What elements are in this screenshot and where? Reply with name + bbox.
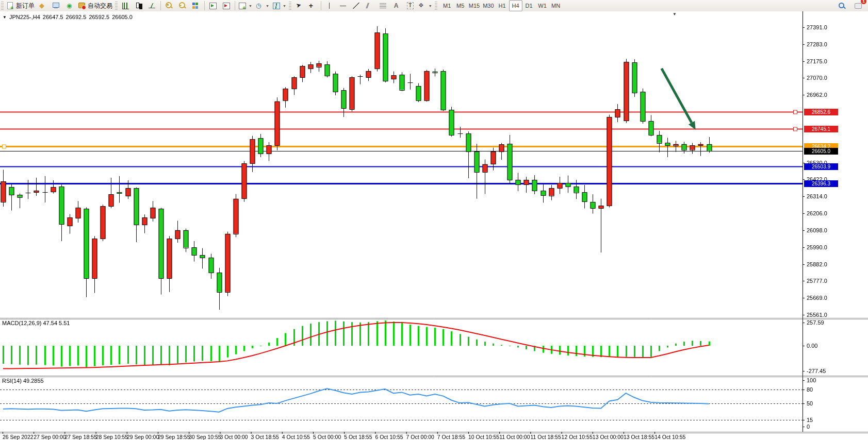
chart-area: ▼ JPN225-,H4 26647.5 26692.5 26592.5 266… <box>0 11 868 440</box>
notification-badge: 1 <box>861 0 866 4</box>
line-chart-button[interactable] <box>145 0 159 11</box>
timeframe-button-m30[interactable]: M30 <box>481 0 495 11</box>
autotrading-button[interactable]: 自动交易 <box>76 0 114 11</box>
fibonacci-button[interactable] <box>376 0 390 11</box>
zoom-in-icon: + <box>165 2 173 10</box>
candlestick-icon <box>135 2 143 10</box>
zoom-out-button[interactable]: - <box>176 0 189 11</box>
label-tool-button[interactable]: T <box>403 0 417 11</box>
cursor-button[interactable]: ➤ <box>292 0 306 11</box>
vertical-line-button[interactable] <box>323 0 336 11</box>
templates-button[interactable]: ▼ <box>271 0 288 11</box>
terminal-icon <box>52 2 60 10</box>
channel-icon: ∥ <box>366 2 374 10</box>
toolbar-grip[interactable] <box>289 2 291 10</box>
signal-icon: ◉ <box>65 2 74 10</box>
chart-shift-icon <box>222 2 231 10</box>
tile-windows-button[interactable] <box>189 0 203 11</box>
indicators-button[interactable]: + ▼ <box>237 0 254 11</box>
clock-icon: ◷ <box>255 2 264 10</box>
channel-button[interactable]: ∥ <box>363 0 376 11</box>
timeframe-button-m1[interactable]: M1 <box>440 0 454 11</box>
horizontal-line-button[interactable] <box>336 0 350 11</box>
fibonacci-icon <box>379 2 387 10</box>
periods-button[interactable]: ◷ ▼ <box>254 0 271 11</box>
main-toolbar: + 新订单 ◆ ◉ 自动交易 + - <box>0 0 868 12</box>
autotrading-icon <box>78 2 86 10</box>
signals-button[interactable]: ◉ <box>63 0 76 11</box>
indicators-icon: + <box>238 2 247 10</box>
toolbar-grip[interactable] <box>1 2 4 10</box>
new-order-button[interactable]: + 新订单 <box>5 0 36 11</box>
template-chart-icon <box>272 2 281 10</box>
auto-scroll-button[interactable] <box>206 0 220 11</box>
timeframe-group: M1M5M15M30H1H4D1W1MN <box>440 0 563 11</box>
indicators-caret-icon: ▼ <box>249 4 252 8</box>
periods-caret-icon: ▼ <box>266 4 269 8</box>
auto-scroll-icon <box>209 2 217 10</box>
bar-chart-icon <box>121 2 129 10</box>
toolbar-grip[interactable] <box>115 2 118 10</box>
timeframe-button-mn[interactable]: MN <box>549 0 563 11</box>
new-order-icon: + <box>6 2 14 10</box>
terminal-button[interactable] <box>50 0 63 11</box>
autotrading-label: 自动交易 <box>88 2 112 10</box>
timeframe-label: H4 <box>512 3 519 9</box>
timeframe-button-m15[interactable]: M15 <box>467 0 481 11</box>
text-icon: A <box>392 2 401 10</box>
timeframe-label: M15 <box>469 3 480 9</box>
timeframe-label: M1 <box>443 3 451 9</box>
zoom-in-button[interactable]: + <box>162 0 176 11</box>
timeframe-label: MN <box>551 3 560 9</box>
label-icon: T <box>406 2 414 10</box>
line-chart-icon <box>148 2 156 10</box>
text-tool-button[interactable]: A <box>390 0 403 11</box>
new-order-label: 新订单 <box>16 2 35 10</box>
notifications-button[interactable]: 1 <box>851 0 865 11</box>
crosshair-icon: + <box>308 2 317 10</box>
search-icon <box>838 2 846 10</box>
templates-caret-icon: ▼ <box>283 4 286 8</box>
trading-terminal-window: + 新订单 ◆ ◉ 自动交易 + - <box>0 0 868 440</box>
cursor-icon: ➤ <box>295 2 303 10</box>
timeframe-label: H1 <box>499 3 506 9</box>
timeframe-button-d1[interactable]: D1 <box>522 0 536 11</box>
search-button[interactable] <box>835 0 848 11</box>
market-watch-button[interactable]: ◆ <box>36 0 50 11</box>
timeframe-button-m5[interactable]: M5 <box>454 0 467 11</box>
timeframe-button-w1[interactable]: W1 <box>536 0 549 11</box>
trendline-button[interactable] <box>350 0 363 11</box>
bar-chart-button[interactable] <box>119 0 132 11</box>
drawn-arrow-annotation[interactable] <box>0 11 868 440</box>
arrows-icon: ✥ <box>418 2 427 10</box>
timeframe-label: M30 <box>483 3 494 9</box>
chart-shift-button[interactable] <box>220 0 233 11</box>
tile-windows-icon <box>192 2 200 10</box>
arrows-tool-button[interactable]: ✥ ▼ <box>417 0 434 11</box>
timeframe-button-h4[interactable]: H4 <box>509 0 522 11</box>
zoom-out-icon: - <box>178 2 187 10</box>
timeframe-button-h1[interactable]: H1 <box>496 0 509 11</box>
timeframe-label: W1 <box>538 3 547 9</box>
arrows-caret-icon: ▼ <box>429 4 432 8</box>
vertical-line-icon <box>325 2 334 10</box>
timeframe-label: D1 <box>526 3 533 9</box>
trendline-icon <box>352 2 361 10</box>
crosshair-button[interactable]: + <box>306 0 319 11</box>
candlestick-chart-button[interactable] <box>132 0 145 11</box>
market-watch-icon: ◆ <box>39 2 47 10</box>
timeframe-label: M5 <box>456 3 464 9</box>
toolbar-grip[interactable] <box>435 2 437 10</box>
horizontal-line-icon <box>339 2 347 10</box>
